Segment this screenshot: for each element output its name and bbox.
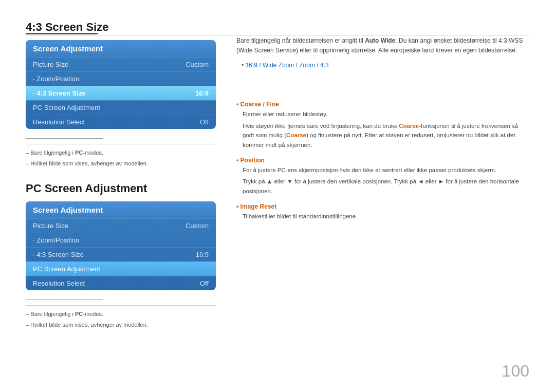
coarse-fine-title: Coarse / Fine (236, 101, 529, 108)
section2: PC Screen Adjustment Screen Adjustment P… (26, 182, 216, 329)
menu-item-value: Custom (186, 61, 209, 68)
position-body1: For å justere PC-ens skjermposisjon hvis… (243, 165, 529, 175)
menu-item-pc-screen-adjustment[interactable]: PC Screen Adjustment (26, 100, 216, 115)
menu-item-value: 16:9 (195, 89, 209, 97)
pc-bullet-position: Position For å justere PC-ens skjermposi… (236, 157, 529, 196)
left-column: 4:3 Screen Size Screen Adjustment Pictur… (26, 21, 216, 377)
section1-intro: Bare tilgjengelig når bildestørrelsen er… (236, 36, 529, 55)
section1-right-content: Bare tilgjengelig når bildestørrelsen er… (236, 21, 529, 70)
bullet-text: 16:9 / Wide Zoom / Zoom / 4:3 (246, 62, 329, 69)
coarse-bold1: Coarse (399, 123, 419, 129)
menu-item-resolution-select[interactable]: Resolution Select Off (26, 115, 216, 129)
menu-item-value: Off (200, 118, 209, 126)
intro-bold: Auto Wide (365, 37, 395, 44)
menu-item-label: · Zoom/Position (33, 75, 79, 83)
position-body2: Trykk på ▲ eller ▼ for å justere den ver… (243, 177, 529, 196)
note1-bold: PC (75, 150, 83, 156)
section2-box: Screen Adjustment Picture Size Custom · … (26, 201, 216, 290)
right-column: Bare tilgjengelig når bildestørrelsen er… (236, 21, 529, 377)
s2-note2: – Hvilket bilde som vises, avhenger av m… (26, 321, 216, 329)
section1: 4:3 Screen Size Screen Adjustment Pictur… (26, 21, 216, 167)
menu-item-label: PC Screen Adjustment (33, 265, 100, 273)
menu-item-value: Off (200, 279, 209, 287)
coarse-fine-body2: Hvis støyen ikke fjernes bare ved finjus… (243, 121, 529, 150)
section2-box-header: Screen Adjustment (26, 201, 216, 218)
coarse-bold2: Coarse (286, 132, 306, 138)
menu-item-label: PC Screen Adjustment (33, 104, 100, 111)
section2-title: PC Screen Adjustment (26, 182, 216, 195)
menu-item-picture-size[interactable]: Picture Size Custom (26, 57, 216, 71)
menu-item-value: 16:9 (196, 251, 209, 258)
position-title: Position (236, 157, 529, 164)
menu-item-label: · Zoom/Position (33, 236, 79, 244)
section1-divider (26, 138, 103, 139)
pc-bullet-image-reset: Image Reset Tilbakestiller bildet til st… (236, 203, 529, 221)
section2-divider (26, 300, 103, 300)
section1-title: 4:3 Screen Size (26, 21, 216, 34)
menu-item-label: Resolution Select (33, 118, 85, 126)
s2-menu-item-zoom-position[interactable]: · Zoom/Position (26, 233, 216, 247)
image-reset-body: Tilbakestiller bildet til standardinnsti… (243, 212, 529, 221)
section1-box-header: Screen Adjustment (26, 40, 216, 57)
menu-item-label: Picture Size (33, 61, 68, 68)
section1-bullet-item: 16:9 / Wide Zoom / Zoom / 4:3 (242, 61, 529, 70)
note2: – Hvilket bilde som vises, avhenger av m… (26, 159, 216, 168)
menu-item-zoom-position[interactable]: · Zoom/Position (26, 71, 216, 86)
image-reset-title: Image Reset (236, 203, 529, 210)
s2-menu-item-pc-screen-adjustment[interactable]: PC Screen Adjustment (26, 262, 216, 276)
s2-note1-bold: PC (75, 311, 83, 317)
note1: – Bare tilgjengelig i PC-modus. (26, 148, 216, 157)
menu-item-value: Custom (186, 222, 209, 230)
menu-item-label: · 4:3 Screen Size (33, 89, 86, 97)
section1-bullets: 16:9 / Wide Zoom / Zoom / 4:3 (242, 61, 529, 70)
s2-menu-item-4-3-screen-size[interactable]: · 4:3 Screen Size 16:9 (26, 247, 216, 262)
section1-box: Screen Adjustment Picture Size Custom · … (26, 40, 216, 129)
pc-bullet-coarse: Coarse / Fine Fjerner eller reduserer bi… (236, 101, 529, 150)
menu-item-label: Resolution Select (33, 279, 85, 287)
section2-notes: – Bare tilgjengelig i PC-modus. – Hvilke… (26, 305, 216, 329)
section1-notes: – Bare tilgjengelig i PC-modus. – Hvilke… (26, 144, 216, 167)
menu-item-label: · 4:3 Screen Size (33, 251, 84, 258)
s2-menu-item-picture-size[interactable]: Picture Size Custom (26, 218, 216, 233)
menu-item-4-3-screen-size[interactable]: · 4:3 Screen Size 16:9 (26, 86, 216, 100)
page-number: 100 (502, 362, 529, 381)
coarse-fine-body: Fjerner eller reduserer bildestøy. (243, 109, 529, 119)
s2-menu-item-resolution-select[interactable]: Resolution Select Off (26, 276, 216, 290)
section2-right-content: Coarse / Fine Fjerner eller reduserer bi… (236, 101, 529, 221)
s2-note1: – Bare tilgjengelig i PC-modus. (26, 310, 216, 319)
menu-item-label: Picture Size (33, 222, 68, 230)
